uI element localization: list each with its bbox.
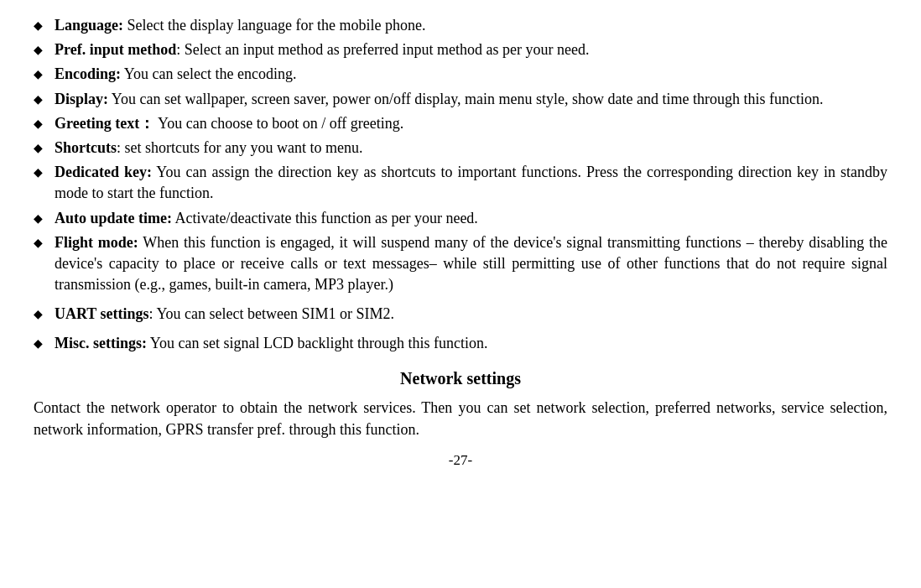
bullet-icon: ◆ <box>34 164 43 181</box>
item-bold: Display: <box>55 91 108 107</box>
item-text: Language: Select the display language fo… <box>55 15 887 36</box>
item-body: : You can select between SIM1 or SIM2. <box>149 305 394 322</box>
item-body: You can set wallpaper, screen saver, pow… <box>108 91 823 107</box>
list-item: ◆ UART settings: You can select between … <box>34 304 887 325</box>
item-bold: Encoding: <box>55 65 121 82</box>
list-item: ◆ Greeting text： You can choose to boot … <box>34 113 887 134</box>
item-text: Greeting text： You can choose to boot on… <box>55 113 887 134</box>
item-body: You can choose to boot on / off greeting… <box>154 115 403 132</box>
item-bold: Shortcuts <box>55 139 117 156</box>
item-bold: Misc. settings: <box>55 335 147 351</box>
list-item: ◆ Misc. settings: You can set signal LCD… <box>34 333 887 354</box>
list-item: ◆ Language: Select the display language … <box>34 15 887 36</box>
network-paragraph: Contact the network operator to obtain t… <box>34 397 887 440</box>
bullet-icon: ◆ <box>34 306 43 323</box>
item-text: Auto update time: Activate/deactivate th… <box>55 208 887 229</box>
list-item: ◆ Display: You can set wallpaper, screen… <box>34 89 887 110</box>
item-text: Misc. settings: You can set signal LCD b… <box>55 333 887 354</box>
item-body: : Select an input method as preferred in… <box>176 41 589 58</box>
item-body: Select the display language for the mobi… <box>123 17 425 34</box>
bullet-icon: ◆ <box>34 42 43 59</box>
bullet-list: ◆ Language: Select the display language … <box>34 15 887 355</box>
bullet-icon: ◆ <box>34 140 43 157</box>
list-item: ◆ Auto update time: Activate/deactivate … <box>34 208 887 229</box>
bullet-icon: ◆ <box>34 211 43 227</box>
item-text: Flight mode: When this function is engag… <box>55 232 887 296</box>
item-body: You can select the encoding. <box>121 65 296 82</box>
item-text: Encoding: You can select the encoding. <box>55 64 887 85</box>
item-bold: Pref. input method <box>55 41 176 58</box>
item-text: UART settings: You can select between SI… <box>55 304 887 325</box>
item-text: Dedicated key: You can assign the direct… <box>55 162 887 204</box>
item-bold: Greeting text： <box>55 115 154 132</box>
item-body: Activate/deactivate this function as per… <box>172 210 478 226</box>
item-text: Display: You can set wallpaper, screen s… <box>55 89 887 110</box>
item-body: : set shortcuts for any you want to menu… <box>117 139 362 156</box>
bullet-icon: ◆ <box>34 235 43 252</box>
item-bold: Dedicated key: <box>55 164 152 180</box>
bullet-icon: ◆ <box>34 116 43 133</box>
list-item: ◆ Encoding: You can select the encoding. <box>34 64 887 85</box>
network-settings-heading: Network settings <box>34 367 887 390</box>
item-bold: Language: <box>55 17 123 34</box>
item-text: Shortcuts: set shortcuts for any you wan… <box>55 138 887 159</box>
list-item: ◆ Pref. input method: Select an input me… <box>34 39 887 60</box>
list-item: ◆ Flight mode: When this function is eng… <box>34 232 887 296</box>
item-text: Pref. input method: Select an input meth… <box>55 39 887 60</box>
bullet-icon: ◆ <box>34 91 43 108</box>
list-item: ◆ Shortcuts: set shortcuts for any you w… <box>34 138 887 159</box>
page-number: -27- <box>34 450 887 471</box>
bullet-icon: ◆ <box>34 18 43 34</box>
item-bold: UART settings <box>55 305 149 322</box>
list-item: ◆ Dedicated key: You can assign the dire… <box>34 162 887 204</box>
content-area: ◆ Language: Select the display language … <box>34 15 887 471</box>
item-body: You can assign the direction key as shor… <box>55 164 887 201</box>
bullet-icon: ◆ <box>34 66 43 83</box>
item-body: When this function is engaged, it will s… <box>55 234 887 293</box>
item-body: You can set signal LCD backlight through… <box>147 335 487 351</box>
item-bold: Auto update time: <box>55 210 172 226</box>
item-bold: Flight mode: <box>55 234 138 251</box>
bullet-icon: ◆ <box>34 336 43 352</box>
